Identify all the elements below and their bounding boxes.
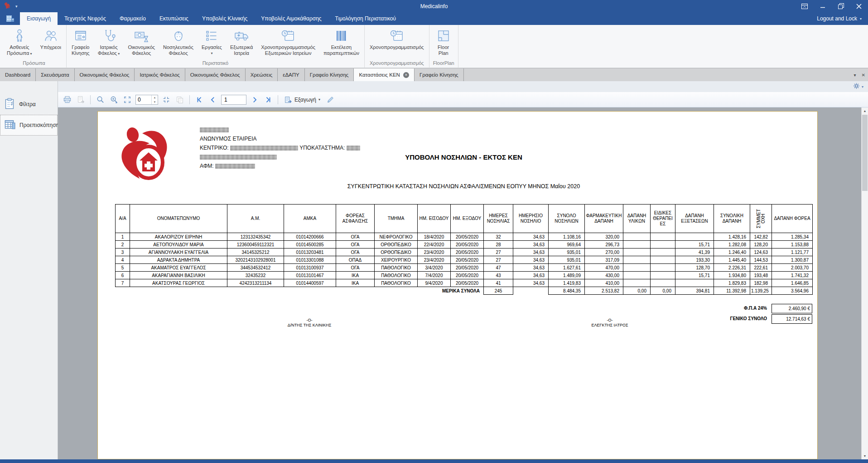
export-label: Εξαγωγή <box>294 97 316 103</box>
chevron-down-icon[interactable]: ▾ <box>862 85 863 89</box>
vertical-scrollbar[interactable]: ▲ ▼ <box>861 107 868 459</box>
spinner-down-icon[interactable]: ▼ <box>152 100 158 104</box>
cell: 1.300,87 <box>772 256 813 264</box>
doc-tab-7[interactable]: Γραφείο Κίνησης <box>305 68 354 81</box>
signature-title: Δ/ΝΤΗΣ ΤΗΣ ΚΛΙΝΙΚΗΣ <box>264 323 355 327</box>
totals-cell: 3.564,96 <box>772 287 813 295</box>
menu-bar: ΕισαγωγήΤεχνητός ΝεφρόςΦαρμακείοΕκτυπώσε… <box>0 12 868 25</box>
ribbon-item-label: ΟικονομικόςΦάκελος <box>128 44 155 56</box>
doc-tab-8[interactable]: Καταστάσεις ΚΕΝ× <box>354 68 415 81</box>
menu-tab-2[interactable]: Φαρμακείο <box>113 12 153 25</box>
ribbon-item-2-0[interactable]: Χρονοπρογραμματισμός <box>366 26 428 50</box>
column-header-11: ΦΑΡΜΑΚΕΥΤΙΚΗ ΔΑΠΑΝΗ <box>585 205 623 233</box>
menu-tab-0[interactable]: Εισαγωγή <box>20 12 58 25</box>
ribbon-item-0-1[interactable]: Υπόχρεοι <box>36 26 65 50</box>
ribbon-item-1-2[interactable]: ΟικονομικόςΦάκελος <box>124 26 159 56</box>
cell: 01013100937 <box>284 264 336 272</box>
application-button[interactable] <box>0 12 20 25</box>
report-table: Α/ΑΟΝΟΜΑΤΕΠΩΝΥΜΟΑ.Μ.ΑΜΚΑΦΟΡΕΑΣ ΑΣΦΑΛΙΣΗΣ… <box>115 204 813 295</box>
ribbon-item-1-1[interactable]: ΙατρικόςΦάκελος ▾ <box>94 26 124 57</box>
cell: 34,63 <box>513 249 549 256</box>
ribbon-item-1-6[interactable]: ΧρονοπρογραμματισμόςΕξωτερικών Ιατρείων <box>257 26 319 56</box>
export-button[interactable]: Εξαγωγή ▾ <box>282 96 322 104</box>
scroll-down-icon[interactable]: ▼ <box>862 453 868 459</box>
zoom-value-input[interactable] <box>136 95 151 104</box>
cell: 01013203481 <box>284 249 336 256</box>
multiple-pages-button[interactable] <box>174 94 185 105</box>
doc-tab-4[interactable]: Οικονομικός Φάκελος <box>185 68 246 81</box>
scroll-up-icon[interactable]: ▲ <box>862 107 868 114</box>
cell: ΑΔΡΑΚΤΑ ΔΗΜΗΤΡΑ <box>130 256 227 264</box>
close-icon[interactable] <box>850 0 868 12</box>
menu-tab-4[interactable]: Υποβολές Κλινικής <box>195 12 254 25</box>
restore-icon[interactable] <box>832 0 850 12</box>
doc-tab-2[interactable]: Οικονομικός Φάκελος <box>75 68 135 81</box>
menu-tab-1[interactable]: Τεχνητός Νεφρός <box>58 12 113 25</box>
cell: 3/4/2020 <box>418 264 451 272</box>
sidebar-item-1[interactable]: Προεπισκόπηση <box>0 115 58 136</box>
doc-tab-1[interactable]: Σκευάσματα <box>36 68 74 81</box>
print-direct-button[interactable] <box>75 94 86 105</box>
menu-tab-6[interactable]: Τιμολόγηση Περιστατικού <box>328 12 403 25</box>
gear-icon[interactable] <box>853 83 860 91</box>
cell: 41,39 <box>675 249 714 256</box>
grand-total-label: ΓΕΝΙΚΟ ΣΥΝΟΛΟ <box>730 316 767 321</box>
tab-close-icon[interactable]: ✕ <box>862 73 865 78</box>
logout-button[interactable]: Logout and Lock ▾ <box>817 12 862 25</box>
cell <box>651 279 675 287</box>
print-button[interactable] <box>62 94 72 105</box>
cell: 1.627,61 <box>549 264 585 272</box>
scrollbar-thumb[interactable] <box>862 115 868 191</box>
ribbon-item-1-3[interactable]: ΝοσηλευτικόςΦάκελος <box>159 26 198 56</box>
doc-tab-0[interactable]: Dashboard <box>0 68 36 81</box>
menu-tab-5[interactable]: Υποβολές Αιμοκάθαρσης <box>254 12 328 25</box>
ribbon-item-label: ΕξωτερικάΙατρεία <box>230 44 253 56</box>
first-page-button[interactable] <box>194 94 205 105</box>
table-row-1: 2ΑΕΤΟΠΟΥΛΙΔΟΥ ΜΑΡΙΑ123600459112321010145… <box>116 241 813 249</box>
tab-list-chevron-icon[interactable]: ▾ <box>854 73 856 78</box>
cell: 2 <box>116 241 130 249</box>
doc-tab-5[interactable]: Χρεώσεις <box>246 68 278 81</box>
column-header-10: ΣΥΝΟΛΟ ΝΟΣΗΛΙΩΝ <box>549 205 585 233</box>
cell: 317,09 <box>585 256 623 264</box>
menu-tab-3[interactable]: Εκτυπώσεις <box>153 12 195 25</box>
doc-tab-6[interactable]: εΔΑΠΥ <box>278 68 304 81</box>
page-number-input[interactable] <box>221 95 246 105</box>
cell <box>675 279 714 287</box>
cell: 1.934,80 <box>714 272 750 279</box>
ribbon-item-3-0[interactable]: FloorPlan <box>430 26 457 56</box>
zoom-button[interactable] <box>95 94 106 105</box>
ribbon-group-items: ΓραφείοΚίνησηςΙατρικόςΦάκελος ▾Οικονομικ… <box>68 26 363 59</box>
totals-cell: 394,81 <box>675 287 714 295</box>
next-page-button[interactable] <box>249 94 260 105</box>
zoom-fit-icon[interactable] <box>161 94 172 105</box>
ribbon-item-0-0[interactable]: ΑσθενείςΠρόσωπα ▾ <box>3 26 36 57</box>
column-header-14: ΔΑΠΑΝΗ ΕΞΕΤΑΣΕΩΝ <box>675 205 714 233</box>
ribbon-display-icon[interactable] <box>796 0 814 12</box>
cell: 320,00 <box>585 233 623 241</box>
previous-page-button[interactable] <box>207 94 218 105</box>
zoom-in-button[interactable] <box>108 94 119 105</box>
edit-pencil-icon[interactable] <box>325 94 336 105</box>
ribbon-item-1-4[interactable]: Εργασίες▾ <box>198 26 226 56</box>
cell: ΑΚΑΛΟΡΙΖΟΥ ΕΙΡΗΝΗ <box>130 233 227 241</box>
doc-tab-3[interactable]: Ιατρικός Φάκελος <box>135 68 185 81</box>
doc-tab-9[interactable]: Γραφείο Κίνησης <box>415 68 464 81</box>
last-page-button[interactable] <box>263 94 274 105</box>
ribbon-item-1-0[interactable]: ΓραφείοΚίνησης <box>68 26 94 56</box>
document-tabs: DashboardΣκευάσματαΟικονομικός ΦάκελοςΙα… <box>0 68 464 81</box>
cell: ΠΑΘΟΛΟΓΙΚΟ <box>375 272 418 279</box>
zoom-out-areas-icon[interactable] <box>122 94 133 105</box>
minimize-icon[interactable] <box>814 0 832 12</box>
sidebar-item-0[interactable]: Φίλτρα <box>0 94 58 115</box>
cell: 2.226,31 <box>714 264 750 272</box>
people-icon <box>43 27 58 44</box>
ribbon-item-1-7[interactable]: Εκτέλεσηπαραπεμπτικών <box>319 26 363 56</box>
spinner-up-icon[interactable]: ▲ <box>152 95 158 100</box>
close-icon[interactable]: × <box>403 72 409 78</box>
cell: 23/4/2020 <box>418 256 451 264</box>
cell: 193,30 <box>675 256 714 264</box>
cell: ΟΓΑ <box>336 249 375 256</box>
cell: 470,00 <box>585 264 623 272</box>
ribbon-item-1-5[interactable]: ΕξωτερικάΙατρεία <box>226 26 257 56</box>
